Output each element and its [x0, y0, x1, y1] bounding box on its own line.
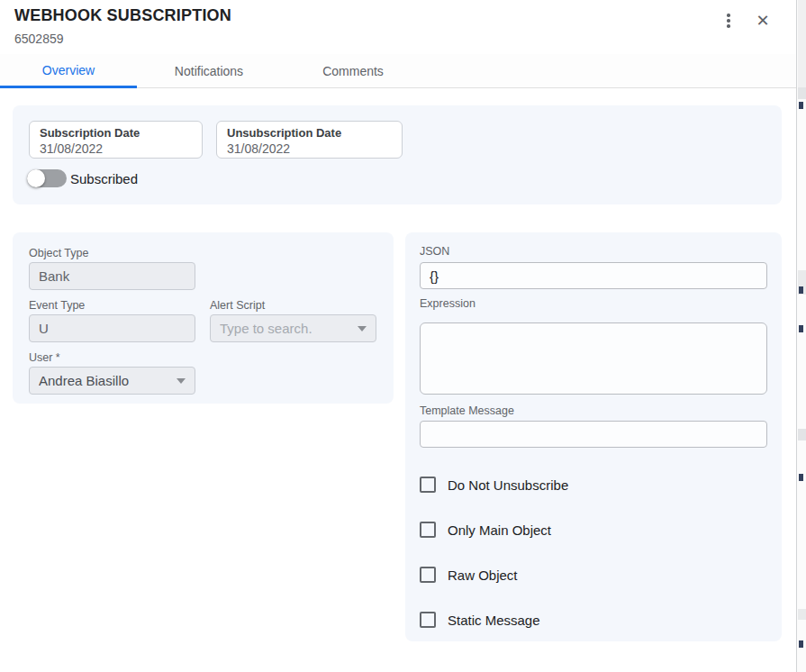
checkbox-icon[interactable]: [420, 522, 436, 538]
alert-script-placeholder: Type to search.: [220, 321, 358, 336]
tab-bar: Overview Notifications Comments: [0, 54, 796, 88]
close-icon[interactable]: ✕: [751, 9, 774, 32]
checkbox-label: Raw Object: [448, 568, 518, 583]
checkbox-label: Static Message: [448, 613, 540, 628]
expression-label: Expression: [420, 297, 475, 310]
toggle-knob: [27, 169, 45, 187]
kebab-menu-icon[interactable]: [717, 9, 740, 32]
expression-textarea[interactable]: [420, 322, 767, 395]
checkbox-label: Do Not Unsubscribe: [448, 477, 568, 493]
object-type-label: Object Type: [29, 247, 88, 259]
user-select[interactable]: Andrea Biasillo: [29, 367, 195, 395]
subscribed-toggle[interactable]: [27, 169, 67, 187]
unsubscription-date-label: Unsubscription Date: [227, 126, 392, 141]
checkbox-icon[interactable]: [420, 612, 436, 628]
record-id: 6502859: [14, 32, 64, 46]
tab-comments[interactable]: Comments: [281, 54, 425, 88]
checkbox-label: Only Main Object: [448, 522, 551, 538]
json-label: JSON: [420, 245, 449, 258]
json-input[interactable]: [420, 262, 767, 289]
event-type-label: Event Type: [29, 299, 85, 312]
unsubscription-date-field[interactable]: Unsubscription Date 31/08/2022: [216, 121, 403, 159]
subscription-card: Subscription Date 31/08/2022 Unsubscript…: [13, 105, 782, 204]
tab-overview[interactable]: Overview: [0, 54, 137, 88]
webhook-subscription-panel: WEBHOOK SUBSCRIPTION 6502859 ✕ Overview …: [0, 0, 796, 672]
object-type-input[interactable]: [29, 262, 195, 290]
checkbox-icon[interactable]: [420, 477, 436, 493]
chevron-down-icon: [358, 326, 367, 331]
background-page-edge: [796, 0, 806, 672]
checkbox-static-message[interactable]: Static Message: [420, 612, 540, 628]
checkbox-only-main-object[interactable]: Only Main Object: [420, 522, 551, 538]
alert-script-select[interactable]: Type to search.: [210, 314, 376, 342]
tab-notifications[interactable]: Notifications: [137, 54, 281, 88]
alert-script-label: Alert Script: [210, 299, 265, 312]
page-title: WEBHOOK SUBSCRIPTION: [14, 6, 231, 25]
subscribed-toggle-label: Subscribed: [70, 171, 138, 186]
unsubscription-date-value: 31/08/2022: [227, 141, 392, 156]
template-message-label: Template Message: [420, 404, 514, 417]
checkbox-do-not-unsubscribe[interactable]: Do Not Unsubscribe: [420, 477, 568, 493]
subscription-date-field[interactable]: Subscription Date 31/08/2022: [29, 121, 203, 159]
checkbox-raw-object[interactable]: Raw Object: [420, 567, 518, 583]
chevron-down-icon: [177, 378, 186, 384]
checkbox-icon[interactable]: [420, 567, 436, 583]
template-message-input[interactable]: [420, 421, 767, 448]
subscription-date-label: Subscription Date: [40, 126, 192, 141]
user-label: User *: [29, 351, 60, 364]
subscription-date-value: 31/08/2022: [40, 141, 192, 156]
user-value: Andrea Biasillo: [39, 373, 177, 388]
message-card: JSON Expression Template Message Do Not …: [405, 232, 782, 641]
details-card: Object Type Event Type Alert Script Type…: [13, 232, 394, 404]
event-type-input[interactable]: [29, 314, 195, 342]
